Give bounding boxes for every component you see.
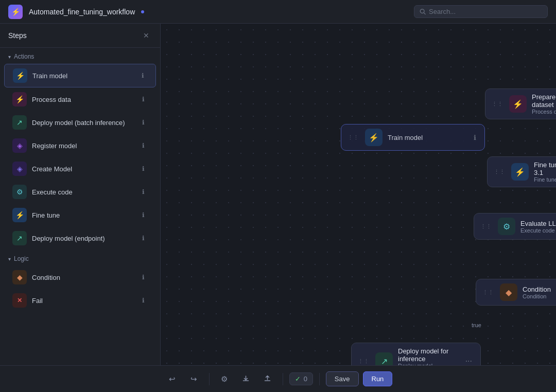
evaluate-llm-subtitle: Execute code: [520, 227, 556, 234]
undo-button[interactable]: ↩: [164, 370, 181, 388]
fine-tune-llama-icon: ⚡: [511, 163, 529, 181]
info-icon[interactable]: ℹ: [138, 210, 148, 220]
condition-info: Condition Condition: [523, 286, 556, 299]
train-model-ghost-icon: ⚡: [365, 129, 383, 146]
undo-icon: ↩: [169, 375, 176, 384]
evaluate-llm-icon: ⚙: [498, 218, 515, 235]
condition-title: Condition: [523, 286, 556, 293]
search-input[interactable]: [429, 8, 542, 15]
separator: [319, 373, 320, 385]
sidebar-item-label: Process data: [32, 96, 133, 103]
execute-code-icon: ⚙: [12, 185, 27, 199]
node-prepare-dataset[interactable]: ⋮⋮ ⚡ Prepare fine tuning dataset Process…: [485, 88, 556, 119]
gear-icon: ⚙: [221, 375, 228, 384]
sidebar-item-condition[interactable]: ◆ Condition ℹ: [4, 266, 156, 289]
sidebar-item-execute-code[interactable]: ⚙ Execute code ℹ: [4, 181, 156, 203]
prepare-dataset-info: Prepare fine tuning dataset Process data: [532, 93, 556, 115]
logic-list: ◆ Condition ℹ ✕ Fail ℹ: [0, 265, 160, 312]
condition-subtitle: Condition: [523, 293, 556, 299]
actions-list: ⚡ Train model ℹ ⚡ Process data ℹ ↗ Deplo…: [0, 63, 160, 250]
workflow-canvas[interactable]: true false ⋮⋮ ⚡ Prepare fine tuning data…: [161, 24, 556, 365]
section-logic[interactable]: ▾ Logic: [0, 250, 160, 265]
fail-icon: ✕: [12, 293, 27, 308]
deploy-inference-title: Deploy model for inference: [398, 347, 458, 363]
section-actions[interactable]: ▾ Actions: [0, 48, 160, 63]
sidebar-item-fine-tune[interactable]: ⚡ Fine tune ℹ: [4, 204, 156, 226]
deploy-inference-info: Deploy model for inference Deploy model …: [398, 347, 458, 365]
deploy-batch-icon: ↗: [12, 115, 27, 130]
status-badge: ✓ 0: [289, 372, 313, 385]
download-icon: [242, 375, 250, 383]
info-icon[interactable]: ℹ: [138, 187, 148, 197]
node-deploy-inference[interactable]: ⋮⋮ ↗ Deploy model for inference Deploy m…: [351, 343, 481, 365]
prepare-dataset-title: Prepare fine tuning dataset: [532, 93, 556, 109]
sidebar-item-process-data[interactable]: ⚡ Process data ℹ: [4, 88, 156, 111]
save-button[interactable]: Save: [326, 371, 359, 386]
download-button[interactable]: [237, 370, 255, 388]
bottombar: ↩ ↪ ⚙ ✓ 0 Save Run: [0, 365, 556, 392]
node-info-icon: ℹ: [472, 133, 478, 142]
info-icon[interactable]: ℹ: [138, 118, 148, 127]
info-icon[interactable]: ℹ: [138, 273, 148, 282]
sidebar-item-label: Register model: [32, 142, 133, 150]
fine-tune-icon: ⚡: [12, 208, 27, 222]
upload-button[interactable]: [259, 370, 276, 388]
create-model-icon: ◈: [12, 162, 27, 176]
sidebar-tab-label: Steps: [8, 31, 27, 40]
deploy-inference-subtitle: Deploy model (endpoint): [398, 363, 458, 365]
node-condition[interactable]: ⋮⋮ ◆ Condition Condition ···: [476, 279, 556, 306]
prepare-dataset-node-icon: ⚡: [509, 95, 527, 113]
node-menu-button[interactable]: ···: [463, 355, 474, 365]
sidebar-item-deploy-endpoint[interactable]: ↗ Deploy model (endpoint) ℹ: [4, 227, 156, 250]
sidebar-item-label: Train model: [32, 72, 133, 80]
sidebar-item-label: Fine tune: [32, 211, 133, 219]
sidebar-item-create-model[interactable]: ◈ Create Model ℹ: [4, 157, 156, 180]
search-bar[interactable]: [414, 5, 548, 18]
evaluate-llm-info: Evaluate LLM perf Execute code: [520, 220, 556, 234]
sidebar-item-label: Condition: [32, 274, 133, 281]
sidebar: Steps ✕ ▾ Actions ⚡ Train model ℹ ⚡ Proc…: [0, 24, 161, 365]
deploy-inference-icon: ↗: [375, 352, 393, 365]
info-icon[interactable]: ℹ: [138, 141, 148, 150]
settings-button[interactable]: ⚙: [216, 370, 233, 388]
chevron-down-icon: ▾: [8, 256, 11, 262]
fine-tune-llama-title: Fine tune Llama 3.1: [534, 161, 556, 176]
info-icon[interactable]: ℹ: [138, 234, 148, 243]
train-model-ghost-title: Train model: [388, 134, 466, 141]
check-icon: ✓: [295, 375, 301, 383]
search-icon: [420, 8, 426, 15]
fine-tune-llama-subtitle: Fine tune: [534, 176, 556, 183]
node-train-model-ghost[interactable]: ⋮⋮ ⚡ Train model ℹ: [341, 124, 485, 151]
info-icon[interactable]: ℹ: [138, 164, 148, 173]
node-fine-tune-llama[interactable]: ⋮⋮ ⚡ Fine tune Llama 3.1 Fine tune ···: [487, 156, 556, 187]
redo-button[interactable]: ↪: [185, 370, 203, 388]
svg-line-1: [424, 13, 425, 14]
main-area: Steps ✕ ▾ Actions ⚡ Train model ℹ ⚡ Proc…: [0, 24, 556, 365]
train-model-icon: ⚡: [13, 68, 27, 83]
sidebar-item-label: Deploy model (batch inference): [32, 119, 133, 127]
process-data-icon: ⚡: [12, 92, 27, 106]
info-icon[interactable]: ℹ: [138, 95, 148, 104]
info-icon[interactable]: ℹ: [138, 296, 148, 305]
run-button[interactable]: Run: [363, 371, 393, 386]
info-icon[interactable]: ℹ: [138, 71, 147, 80]
sidebar-item-label: Deploy model (endpoint): [32, 235, 133, 242]
section-actions-label: Actions: [14, 53, 34, 60]
sidebar-item-fail[interactable]: ✕ Fail ℹ: [4, 289, 156, 312]
node-evaluate-llm[interactable]: ⋮⋮ ⚙ Evaluate LLM perf Execute code ···: [474, 213, 556, 240]
condition-node-icon: ◆: [500, 283, 517, 301]
close-sidebar-button[interactable]: ✕: [141, 30, 152, 41]
condition-icon: ◆: [12, 270, 27, 284]
app-title: Automated_fine_tuning_workflow: [29, 8, 135, 16]
status-count: 0: [304, 375, 307, 383]
sidebar-item-train-model[interactable]: ⚡ Train model ℹ: [4, 64, 156, 87]
chevron-down-icon: ▾: [8, 54, 11, 60]
sidebar-item-label: Fail: [32, 297, 133, 305]
topbar: ⚡ Automated_fine_tuning_workflow: [0, 0, 556, 24]
sidebar-item-register-model[interactable]: ◈ Register model ℹ: [4, 134, 156, 157]
status-dot: [141, 10, 144, 13]
section-logic-label: Logic: [14, 255, 29, 262]
canvas-background: [161, 24, 556, 365]
sidebar-item-deploy-batch[interactable]: ↗ Deploy model (batch inference) ℹ: [4, 111, 156, 134]
app-logo: ⚡: [8, 5, 23, 19]
